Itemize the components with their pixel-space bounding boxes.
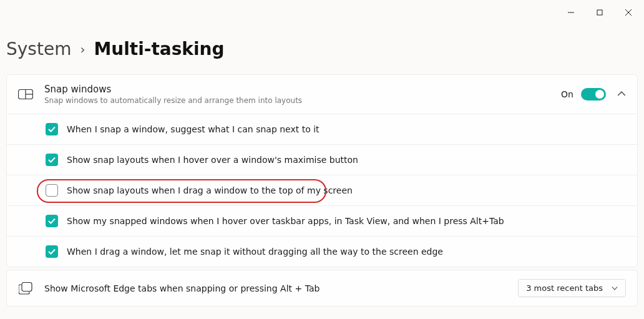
edge-tabs-card[interactable]: Show Microsoft Edge tabs when snapping o… xyxy=(6,270,638,307)
page-title: Multi-tasking xyxy=(94,39,224,59)
breadcrumb: System › Multi-tasking xyxy=(0,25,644,74)
option-label: Show snap layouts when I drag a window t… xyxy=(67,185,353,195)
snap-title: Snap windows xyxy=(44,84,550,95)
checkbox[interactable] xyxy=(46,154,58,166)
breadcrumb-parent[interactable]: System xyxy=(6,39,71,59)
titlebar xyxy=(0,0,644,25)
option-label: Show my snapped windows when I hover ove… xyxy=(67,216,504,226)
snap-option-row: When I snap a window, suggest what I can… xyxy=(7,114,637,144)
close-button[interactable] xyxy=(614,2,643,22)
edge-tabs-dropdown[interactable]: 3 most recent tabs xyxy=(518,279,626,297)
snap-option-row: When I drag a window, let me snap it wit… xyxy=(7,236,637,267)
option-label: When I drag a window, let me snap it wit… xyxy=(67,247,443,257)
snap-windows-header[interactable]: Snap windows Snap windows to automatical… xyxy=(7,75,637,114)
dropdown-value: 3 most recent tabs xyxy=(526,283,603,293)
checkbox[interactable] xyxy=(46,184,58,197)
checkbox[interactable] xyxy=(46,215,58,227)
chevron-up-icon xyxy=(617,91,626,97)
edge-tabs-title: Show Microsoft Edge tabs when snapping o… xyxy=(44,283,507,293)
snap-option-row: Show my snapped windows when I hover ove… xyxy=(7,205,637,236)
snap-option-row: Show snap layouts when I hover over a wi… xyxy=(7,144,637,175)
minimize-button[interactable] xyxy=(557,2,585,22)
maximize-button[interactable] xyxy=(585,2,614,22)
snap-layout-icon xyxy=(18,87,33,102)
chevron-down-icon xyxy=(612,286,618,290)
svg-rect-1 xyxy=(597,10,602,15)
snap-windows-card: Snap windows Snap windows to automatical… xyxy=(6,74,638,267)
toggle-label: On xyxy=(561,89,573,99)
snap-option-row: Show snap layouts when I drag a window t… xyxy=(7,175,637,205)
option-label: When I snap a window, suggest what I can… xyxy=(67,124,320,134)
snap-toggle[interactable] xyxy=(581,88,606,101)
option-label: Show snap layouts when I hover over a wi… xyxy=(67,155,358,165)
overlapping-windows-icon xyxy=(18,281,33,296)
checkbox[interactable] xyxy=(46,245,58,258)
snap-subtitle: Snap windows to automatically resize and… xyxy=(44,96,550,105)
chevron-right-icon: › xyxy=(80,42,85,57)
checkbox[interactable] xyxy=(46,123,58,135)
svg-rect-7 xyxy=(22,282,32,291)
